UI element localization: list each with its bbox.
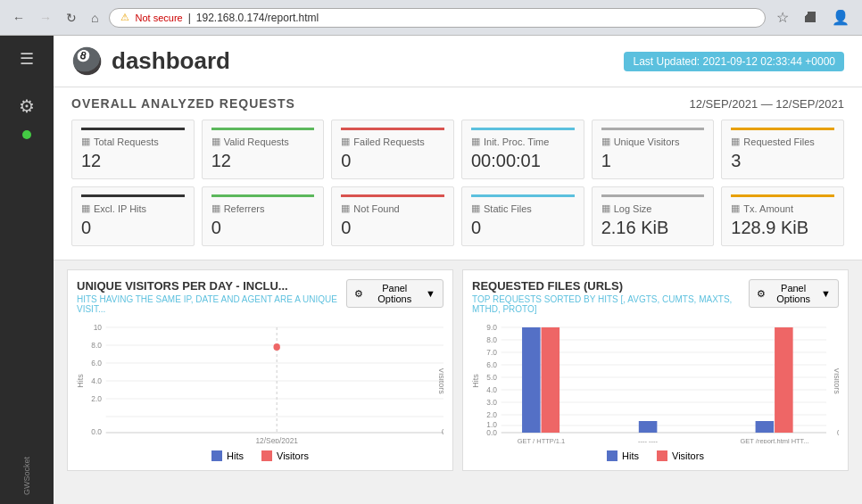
svg-text:10: 10 — [94, 323, 102, 332]
stat-card: ▦ Valid Requests12 — [202, 120, 325, 179]
visitors-chart-legend: Hits Visitors — [77, 450, 443, 461]
hamburger-menu[interactable]: ☰ — [15, 45, 38, 73]
visitors-chart-subtitle: HITS HAVING THE SAME IP, DATE AND AGENT … — [77, 294, 346, 314]
visitors-panel-options-button[interactable]: ⚙ Panel Options ▼ — [346, 279, 443, 308]
files-visitors-legend: Visitors — [657, 450, 704, 461]
stat-value: 0 — [471, 218, 575, 238]
settings-icon[interactable]: ⚙ — [14, 91, 39, 121]
files-chart-legend: Hits Visitors — [472, 450, 839, 461]
stat-card: ▦ Total Requests12 — [71, 120, 195, 179]
svg-rect-44 — [639, 421, 658, 433]
sidebar: ☰ ⚙ GWSocket — [0, 36, 54, 504]
bar-chart-icon: ▦ — [211, 136, 220, 147]
browser-chrome: ← → ↻ ⌂ ⚠ Not secure | 192.168.0.174/rep… — [0, 0, 862, 36]
stat-value: 1 — [601, 151, 705, 171]
files-hits-legend: Hits — [607, 450, 639, 461]
svg-text:Hits: Hits — [77, 374, 85, 388]
stat-value: 0 — [341, 151, 444, 171]
svg-text:6.0: 6.0 — [486, 360, 497, 369]
bar-chart-icon: ▦ — [731, 202, 740, 214]
stat-value: 128.9 KiB — [731, 218, 834, 238]
svg-text:7.0: 7.0 — [486, 348, 497, 357]
stat-bar — [731, 194, 834, 197]
stat-label: ▦ Static Files — [471, 202, 575, 214]
url-text: 192.168.0.174/report.html — [196, 12, 319, 24]
stat-bar — [471, 128, 575, 130]
stat-value: 12 — [81, 151, 185, 171]
visitors-panel-options-label: Panel Options — [367, 283, 422, 304]
files-chart-title: REQUESTED FILES (URLS) — [472, 279, 749, 293]
stat-label: ▦ Excl. IP Hits — [81, 202, 185, 214]
address-bar[interactable]: ⚠ Not secure | 192.168.0.174/report.html — [109, 8, 766, 28]
stat-value: 2.16 KiB — [601, 218, 705, 238]
stats-date: 12/SEP/2021 — 12/SEP/2021 — [690, 97, 844, 111]
forward-button[interactable]: → — [36, 9, 55, 27]
files-panel-options-label: Panel Options — [769, 283, 817, 304]
stat-card: ▦ Failed Requests0 — [331, 120, 454, 179]
svg-text:0.0: 0.0 — [442, 427, 443, 436]
visitors-chart-area: 10 8.0 6.0 4.0 2.0 0.0 Hits 0.0 Visitors — [77, 318, 443, 461]
bar-chart-icon: ▦ — [211, 202, 220, 214]
stats-grid-row1: ▦ Total Requests12▦ Valid Requests12▦ Fa… — [71, 120, 844, 179]
stat-card: ▦ Log Size2.16 KiB — [592, 186, 715, 246]
bar-chart-icon: ▦ — [81, 136, 90, 147]
svg-text:8.0: 8.0 — [91, 341, 102, 350]
svg-text:4.0: 4.0 — [91, 376, 102, 385]
files-chart-subtitle: TOP REQUESTS SORTED BY HITS [, AVGTS, CU… — [472, 294, 749, 314]
stats-header: OVERALL ANALYZED REQUESTS 12/SEP/2021 — … — [71, 96, 844, 111]
stat-bar — [731, 128, 834, 130]
svg-rect-43 — [542, 327, 560, 433]
chevron-down-icon-files: ▼ — [821, 288, 831, 299]
stat-card: ▦ Requested Files3 — [721, 120, 844, 179]
status-dot — [22, 130, 31, 139]
chevron-down-icon: ▼ — [426, 288, 435, 299]
svg-text:Visitors: Visitors — [833, 368, 839, 394]
svg-text:GET /report.html HTT...: GET /report.html HTT... — [741, 437, 809, 443]
visitors-chart-header: UNIQUE VISITORS PER DAY - INCLU... HITS … — [77, 279, 443, 314]
stat-label: ▦ Valid Requests — [211, 136, 315, 147]
svg-text:5.0: 5.0 — [486, 373, 497, 382]
stat-value: 3 — [731, 151, 834, 171]
account-button[interactable]: 👤 — [828, 7, 853, 28]
stat-label: ▦ Failed Requests — [341, 136, 444, 147]
stat-bar — [471, 194, 575, 197]
stat-bar — [341, 128, 444, 130]
bar-chart-icon: ▦ — [341, 202, 350, 214]
visitors-chart-title: UNIQUE VISITORS PER DAY - INCLU... — [77, 279, 346, 293]
bookmark-button[interactable]: ☆ — [773, 7, 792, 28]
bar-chart-icon: ▦ — [341, 136, 350, 147]
stat-card: ▦ Init. Proc. Time00:00:01 — [461, 120, 584, 179]
svg-text:4.0: 4.0 — [486, 385, 497, 394]
hits-legend-label: Hits — [227, 450, 244, 461]
stats-title: OVERALL ANALYZED REQUESTS — [71, 96, 295, 111]
not-secure-label: Not secure — [135, 12, 182, 23]
visitors-chart-panel: UNIQUE VISITORS PER DAY - INCLU... HITS … — [67, 269, 453, 471]
visitors-legend-label: Visitors — [277, 450, 309, 461]
stat-value: 0 — [211, 218, 315, 238]
svg-text:0.0: 0.0 — [91, 427, 102, 436]
stat-label: ▦ Init. Proc. Time — [471, 136, 575, 147]
stat-value: 12 — [211, 151, 315, 171]
reload-button[interactable]: ↻ — [62, 9, 80, 27]
page-title: dashboard — [112, 47, 230, 75]
svg-text:0.0: 0.0 — [486, 428, 497, 437]
gear-icon-files: ⚙ — [757, 288, 766, 300]
bar-chart-icon: ▦ — [471, 136, 480, 147]
svg-text:GET / HTTP/1.1: GET / HTTP/1.1 — [518, 437, 565, 443]
stat-bar — [211, 194, 315, 197]
stat-label: ▦ Referrers — [211, 202, 315, 214]
charts-section: UNIQUE VISITORS PER DAY - INCLU... HITS … — [54, 260, 862, 480]
svg-text:3.0: 3.0 — [486, 398, 497, 407]
url-separator: | — [188, 12, 191, 24]
stat-value: 0 — [341, 218, 444, 238]
back-button[interactable]: ← — [9, 9, 29, 27]
files-panel-options-button[interactable]: ⚙ Panel Options ▼ — [749, 279, 839, 308]
stat-label: ▦ Log Size — [601, 202, 705, 214]
stat-bar — [601, 194, 705, 197]
files-hits-color — [607, 450, 617, 461]
svg-text:9.0: 9.0 — [486, 323, 497, 332]
hits-legend-color — [211, 450, 222, 461]
svg-rect-45 — [756, 421, 775, 433]
extensions-button[interactable]: ⛘ — [800, 8, 821, 28]
home-button[interactable]: ⌂ — [87, 9, 102, 27]
